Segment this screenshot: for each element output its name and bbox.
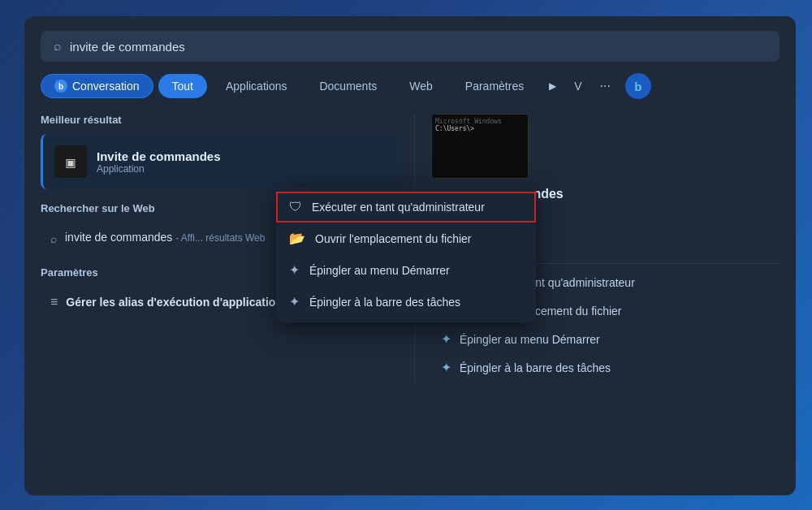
run-admin-icon: 🛡	[289, 200, 302, 214]
tab-conversation-label: Conversation	[72, 80, 140, 93]
web-result-text-container: invite de commandes - Affi... résultats …	[65, 231, 265, 244]
context-menu-pin-start[interactable]: ✦ Épingler au menu Démarrer	[276, 254, 536, 286]
web-search-icon: ⌕	[50, 232, 57, 245]
pin-taskbar-icon: ✦	[289, 294, 300, 309]
tab-applications-label: Applications	[226, 80, 287, 93]
best-result-type: Application	[97, 163, 221, 175]
bing-icon-conversation: b	[54, 80, 67, 93]
search-bar[interactable]: ⌕ invite de commandes	[41, 31, 780, 62]
best-result-info: Invite de commandes Application	[97, 149, 221, 175]
settings-item-left: ≡ Gérer les alias d'exécution d'applicat…	[50, 295, 283, 309]
tab-tout[interactable]: Tout	[158, 74, 207, 98]
context-menu: 🛡 Exécuter en tant qu'administrateur 📂 O…	[276, 187, 536, 322]
web-result-main: invite de commandes	[65, 231, 172, 244]
context-menu-pin-taskbar-label: Épingler à la barre des tâches	[309, 296, 460, 309]
context-menu-run-admin[interactable]: 🛡 Exécuter en tant qu'administrateur	[276, 192, 536, 223]
search-panel: ⌕ invite de commandes b Conversation Tou…	[24, 16, 796, 495]
bing-b-icon: b	[634, 80, 641, 93]
best-result-title: Meilleur résultat	[41, 114, 398, 126]
right-pin-taskbar-label: Épingler à la barre des tâches	[460, 361, 611, 374]
right-action-pin-start[interactable]: ✦ Épingler au menu Démarrer	[431, 325, 780, 353]
right-action-pin-taskbar[interactable]: ✦ Épingler à la barre des tâches	[431, 353, 780, 382]
context-menu-run-admin-label: Exécuter en tant qu'administrateur	[312, 201, 485, 214]
open-folder-icon: 📂	[289, 231, 305, 246]
settings-text: Gérer les alias d'exécution d'applicatio…	[66, 296, 283, 309]
tab-web[interactable]: Web	[395, 74, 447, 98]
tab-parametres[interactable]: Paramètres	[451, 74, 538, 98]
search-input-value: invite de commandes	[70, 40, 185, 54]
best-result-item[interactable]: ▣ Invite de commandes Application	[41, 134, 398, 189]
web-result-query: invite de commandes - Affi... résultats …	[65, 231, 265, 244]
pin-start-icon: ✦	[289, 262, 300, 278]
app-preview: Microsoft Windows C:\Users\>	[431, 114, 529, 179]
cmd-preview-window: Microsoft Windows C:\Users\>	[431, 114, 529, 179]
context-menu-open-location[interactable]: 📂 Ouvrir l'emplacement du fichier	[276, 223, 536, 254]
tabs-container: b Conversation Tout Applications Documen…	[41, 73, 780, 99]
right-pin-start-label: Épingler au menu Démarrer	[460, 333, 600, 346]
web-result-sub: - Affi... résultats Web	[175, 232, 265, 244]
tab-documents-label: Documents	[319, 80, 377, 93]
settings-item-icon: ≡	[50, 295, 58, 309]
search-icon: ⌕	[54, 39, 62, 54]
bing-button[interactable]: b	[625, 73, 651, 99]
cmd-app-icon: ▣	[54, 145, 87, 178]
tab-parametres-label: Paramètres	[465, 80, 524, 93]
tab-web-label: Web	[409, 80, 433, 93]
tab-v[interactable]: V	[568, 75, 588, 97]
tab-applications[interactable]: Applications	[212, 74, 301, 98]
right-pin-taskbar-icon: ✦	[441, 360, 451, 375]
tab-documents[interactable]: Documents	[305, 74, 391, 98]
settings-item-label: Gérer les alias d'exécution d'applicatio…	[66, 296, 283, 309]
context-menu-open-location-label: Ouvrir l'emplacement du fichier	[315, 232, 472, 245]
context-menu-pin-start-label: Épingler au menu Démarrer	[309, 264, 450, 277]
tab-more-icon[interactable]: ···	[594, 74, 617, 98]
best-result-name: Invite de commandes	[97, 149, 221, 163]
tab-tout-label: Tout	[172, 80, 193, 93]
main-content: Meilleur résultat ▣ Invite de commandes …	[41, 114, 780, 382]
tab-conversation[interactable]: b Conversation	[41, 74, 153, 98]
tabs-arrow-icon[interactable]: ▶	[542, 76, 563, 97]
right-pin-start-icon: ✦	[441, 331, 451, 347]
context-menu-pin-taskbar[interactable]: ✦ Épingler à la barre des tâches	[276, 286, 536, 318]
